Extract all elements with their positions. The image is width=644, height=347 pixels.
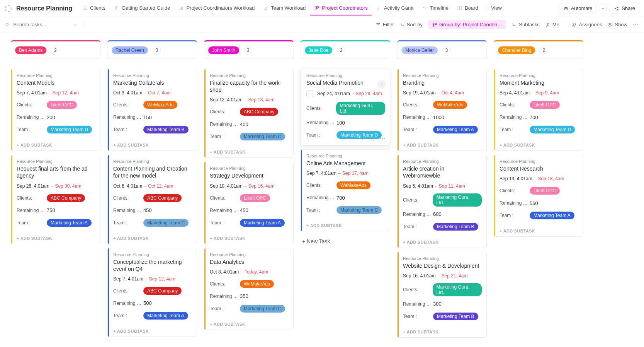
- view-tab-6[interactable]: Timeline: [418, 1, 452, 15]
- end-date: Sep 12, 4am: [149, 276, 175, 282]
- start-date: Sep 13, 4:01am: [500, 176, 532, 181]
- assignees-button[interactable]: Assignees: [571, 22, 602, 27]
- svg-rect-15: [433, 23, 434, 24]
- add-subtask-button[interactable]: + ADD SUBTASK: [11, 140, 100, 150]
- add-subtask-button[interactable]: + ADD SUBTASK: [204, 233, 293, 244]
- end-date: Sep 18, 4am: [248, 97, 274, 103]
- svg-rect-8: [564, 7, 568, 10]
- remaining-label: Remaining …: [210, 294, 240, 299]
- team-label: Team :: [306, 132, 336, 138]
- remaining-label: Remaining …: [113, 208, 143, 213]
- task-card[interactable]: Resource Planning Online Ads Management …: [301, 149, 390, 231]
- chevron-down-icon: [601, 6, 605, 11]
- end-date: Sep 11, 4am: [439, 183, 465, 189]
- view-tab-8[interactable]: + View: [483, 1, 506, 15]
- automate-button[interactable]: Automate: [559, 3, 597, 14]
- view-tab-4[interactable]: Project Coordinators: [310, 1, 372, 15]
- share-button[interactable]: Share: [610, 3, 639, 14]
- filter-button[interactable]: Filter: [376, 22, 394, 27]
- team-tag: Marketing Team D: [530, 126, 575, 133]
- task-card[interactable]: Resource Planning Content Models Sep 7, …: [11, 69, 100, 151]
- new-task-button[interactable]: + New Task: [301, 235, 390, 248]
- tab-label: Getting Started Guide: [122, 5, 170, 11]
- start-date: Oct 8, 4:01am: [210, 269, 239, 275]
- task-card[interactable]: Resource Planning Social Media Promotion…: [301, 69, 390, 145]
- task-dates: Sep 7, 4:01am–Sep 12, 4am: [17, 90, 95, 96]
- end-date: Sep 16, 4am: [248, 183, 274, 189]
- workload-icon: [263, 5, 268, 11]
- view-tab-3[interactable]: Team Workload: [259, 1, 309, 15]
- column-header[interactable]: Monica Geller 3: [397, 40, 487, 59]
- task-card[interactable]: Resource Planning Finalize capacity for …: [204, 69, 294, 158]
- clients-label: Clients:: [113, 102, 143, 108]
- clients-label: Clients:: [500, 102, 530, 108]
- end-date: Sep 18, 4am: [538, 176, 564, 181]
- add-subtask-button[interactable]: + ADD SUBTASK: [108, 140, 197, 150]
- svg-point-11: [615, 8, 616, 9]
- view-tab-7[interactable]: Board: [453, 1, 482, 15]
- priority-stripe: [108, 248, 109, 337]
- add-subtask-button[interactable]: + ADD SUBTASK: [301, 220, 390, 231]
- task-card[interactable]: Resource Planning Data Analytics Oct 8, …: [204, 248, 294, 330]
- clients-label: Clients:: [113, 288, 143, 294]
- assignee-placeholder[interactable]: [377, 80, 386, 89]
- group-by-button[interactable]: Group by: Project Coordin…: [428, 20, 506, 29]
- add-subtask-button[interactable]: + ADD SUBTASK: [204, 319, 293, 330]
- column-header[interactable]: Jane Doe 2: [301, 40, 390, 59]
- assignees-label: Assignees: [579, 22, 602, 27]
- add-subtask-button[interactable]: + ADD SUBTASK: [494, 226, 583, 236]
- remaining-label: Remaining …: [210, 208, 240, 213]
- priority-stripe: [11, 155, 12, 243]
- me-button[interactable]: Me: [545, 22, 559, 27]
- more-menu[interactable]: ⋯: [633, 21, 639, 28]
- team-tag: Marketing Team A: [47, 219, 92, 227]
- team-tag: Marketing Team C: [240, 305, 285, 313]
- show-button[interactable]: Show: [607, 22, 627, 27]
- svg-point-10: [566, 9, 567, 9]
- task-card[interactable]: Resource Planning Content Planning and C…: [107, 155, 197, 244]
- client-tag: LikeIt OPC: [530, 101, 560, 109]
- column-header[interactable]: John Smith 3: [204, 40, 294, 59]
- view-tab-0[interactable]: Clients: [78, 1, 109, 15]
- priority-stripe: [204, 162, 206, 243]
- task-card[interactable]: Resource Planning Website Design & Devel…: [397, 252, 487, 338]
- svg-point-5: [425, 9, 426, 9]
- column-2: John Smith 3 Resource Planning Finalize …: [204, 40, 294, 342]
- automate-label: Automate: [571, 5, 593, 11]
- automate-dropdown[interactable]: [600, 3, 607, 14]
- add-subtask-button[interactable]: + ADD SUBTASK: [398, 237, 486, 248]
- add-subtask-button[interactable]: + ADD SUBTASK: [11, 233, 100, 244]
- team-tag: Marketing Team A: [240, 219, 285, 227]
- task-card[interactable]: Resource Planning Article creation in We…: [397, 155, 487, 248]
- subtasks-button[interactable]: Subtasks: [511, 22, 539, 27]
- coordinator-chip: Jane Doe: [305, 46, 332, 54]
- chevron-down-icon[interactable]: [73, 22, 78, 27]
- add-subtask-button[interactable]: + ADD SUBTASK: [108, 233, 197, 244]
- add-subtask-button[interactable]: + ADD SUBTASK: [108, 326, 197, 337]
- task-card[interactable]: Resource Planning Content Research Sep 1…: [494, 155, 583, 237]
- column-header[interactable]: Chandler Bing 2: [494, 40, 583, 59]
- breadcrumb: Resource Planning: [210, 252, 289, 257]
- view-tab-1[interactable]: Getting Started Guide: [110, 1, 174, 15]
- add-subtask-button[interactable]: + ADD SUBTASK: [398, 326, 486, 337]
- task-card[interactable]: Resource Planning Moment Marketing Sep 4…: [494, 69, 583, 151]
- clients-label: Clients:: [403, 287, 433, 292]
- eye-icon: [607, 22, 613, 27]
- task-card[interactable]: Resource Planning Strategy Development S…: [204, 162, 294, 244]
- view-tab-2[interactable]: Project Coordinators Workload: [175, 1, 258, 15]
- task-card[interactable]: Resource Planning Conceptualize the mark…: [107, 248, 197, 337]
- card-more-menu[interactable]: ⋯: [379, 135, 386, 142]
- search-input[interactable]: [13, 22, 67, 27]
- column-header[interactable]: Ben Adams 2: [11, 40, 100, 59]
- view-tab-5[interactable]: Activity Gantt: [372, 1, 418, 15]
- column-header[interactable]: Rachel Green 3: [107, 40, 197, 59]
- add-subtask-button[interactable]: + ADD SUBTASK: [204, 147, 293, 157]
- task-card[interactable]: Resource Planning Marketing Collaterals …: [107, 69, 197, 151]
- add-subtask-button[interactable]: + ADD SUBTASK: [398, 140, 486, 150]
- circle-icon[interactable]: [370, 136, 376, 141]
- check-icon[interactable]: [361, 136, 366, 141]
- task-card[interactable]: Resource Planning Request final arts fro…: [11, 155, 100, 244]
- sort-button[interactable]: Sort by: [399, 22, 423, 27]
- add-subtask-button[interactable]: + ADD SUBTASK: [494, 140, 583, 150]
- task-card[interactable]: Resource Planning Branding Sep 19, 4:01a…: [397, 69, 487, 151]
